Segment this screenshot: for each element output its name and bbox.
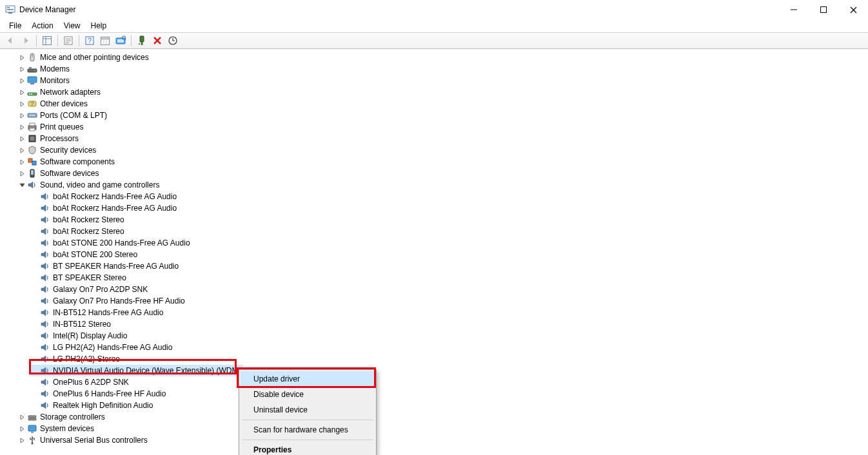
close-button[interactable] [838,0,868,19]
context-menu-item[interactable]: Properties [241,442,375,455]
svg-rect-1 [7,7,10,8]
tree-item[interactable]: BT SPEAKER Stereo [0,272,868,284]
context-menu-item[interactable]: Scan for hardware changes [241,422,375,438]
chevron-right-icon[interactable] [18,136,26,142]
chevron-right-icon[interactable] [18,438,26,443]
tree-item[interactable]: OnePlus 6 A2DP SNK [0,376,868,388]
tree-item[interactable]: Galaxy On7 Pro A2DP SNK [0,284,868,295]
sound-icon [40,400,50,411]
help-button[interactable]: ? [83,34,97,48]
tree-item[interactable]: IN-BT512 Stereo [0,318,868,330]
chevron-right-icon[interactable] [18,159,26,165]
tree-category-label: Modems [40,63,70,75]
svg-rect-58 [28,425,36,431]
forward-button[interactable] [19,34,33,48]
tree-category[interactable]: Software devices [0,168,868,179]
other-icon: ? [27,99,37,109]
tree-category[interactable]: Security devices [0,144,868,156]
printer-icon [27,122,37,132]
uninstall-device-button[interactable] [150,34,164,48]
tree-item[interactable]: IN-BT512 Hands-Free AG Audio [0,307,868,318]
chevron-right-icon[interactable] [18,414,26,420]
menu-file[interactable]: File [4,21,26,30]
tree-item-label: Galaxy On7 Pro A2DP SNK [53,284,148,295]
chevron-right-icon[interactable] [18,55,26,61]
chevron-right-icon[interactable] [18,426,26,432]
tree-category-label: Software components [40,156,115,168]
tree-item[interactable]: OnePlus 6 Hands-Free HF Audio [0,388,868,400]
svg-rect-18 [101,37,110,39]
tree-category[interactable]: System devices [0,423,868,434]
menu-action[interactable]: Action [26,21,58,30]
tree-item-label: LG PH2(A2) Stereo [53,353,120,365]
tree-category[interactable]: Processors [0,133,868,144]
security-icon [27,145,37,155]
network-icon [27,87,37,97]
tree-category[interactable]: Network adapters [0,86,868,98]
scan-hardware-button[interactable] [113,34,128,48]
svg-point-45 [34,115,35,116]
sound-icon [40,249,50,260]
chevron-right-icon[interactable] [18,148,26,153]
context-menu-item[interactable]: Update driver [241,371,375,387]
tree-category[interactable]: Software components [0,156,868,168]
tree-item[interactable]: boAt Rockerz Hands-Free AG Audio [0,191,868,202]
svg-text:?: ? [30,101,34,107]
tree-item[interactable]: boAt Rockerz Stereo [0,226,868,237]
cpu-icon [27,133,37,144]
chevron-right-icon[interactable] [18,66,26,72]
svg-point-44 [32,115,33,116]
tree-category-label: Universal Serial Bus controllers [40,434,148,446]
tree-item[interactable]: Galaxy On7 Pro Hands-Free HF Audio [0,295,868,307]
update-driver-button[interactable] [166,34,180,48]
tree-item-label: boAt Rockerz Hands-Free AG Audio [53,202,177,214]
properties-button[interactable] [61,34,75,48]
show-hide-tree-button[interactable] [40,34,54,48]
chevron-right-icon[interactable] [18,78,26,84]
minimize-button[interactable] [779,0,809,19]
svg-rect-35 [28,77,37,82]
device-tree[interactable]: Mice and other pointing devices Modems M… [0,49,868,455]
tree-item-label: LG PH2(A2) Hands-Free AG Audio [53,342,172,353]
calendar-button[interactable] [98,34,112,48]
tree-category[interactable]: Sound, video and game controllers [0,179,868,191]
context-menu-item[interactable]: Disable device [241,387,375,402]
tree-item-label: IN-BT512 Hands-Free AG Audio [53,307,163,318]
tree-category-label: Security devices [40,144,96,156]
enable-device-button[interactable] [135,34,149,48]
tree-category[interactable]: Universal Serial Bus controllers [0,434,868,446]
chevron-right-icon[interactable] [18,90,26,95]
tree-category[interactable]: Mice and other pointing devices [0,52,868,63]
usb-icon [27,435,37,445]
svg-text:?: ? [88,37,92,44]
tree-item[interactable]: boAt STONE 200 Stereo [0,249,868,260]
tree-item[interactable]: LG PH2(A2) Hands-Free AG Audio [0,342,868,353]
chevron-down-icon[interactable] [18,182,26,188]
tree-item[interactable]: LG PH2(A2) Stereo [0,353,868,365]
tree-item[interactable]: boAt Rockerz Stereo [0,214,868,226]
tree-category[interactable]: Ports (COM & LPT) [0,110,868,121]
tree-item[interactable]: Intel(R) Display Audio [0,330,868,342]
chevron-right-icon[interactable] [18,113,26,119]
chevron-right-icon[interactable] [18,124,26,130]
tree-category[interactable]: ? Other devices [0,98,868,110]
tree-category[interactable]: Storage controllers [0,411,868,423]
menu-help[interactable]: Help [86,21,112,30]
maximize-button[interactable] [809,0,838,19]
chevron-right-icon[interactable] [18,171,26,177]
context-menu-item[interactable]: Uninstall device [241,402,375,418]
chevron-right-icon[interactable] [18,101,26,107]
tree-item[interactable]: boAt Rockerz Hands-Free AG Audio [0,202,868,214]
tree-category[interactable]: Monitors [0,75,868,86]
menu-view[interactable]: View [59,21,86,30]
storage-icon [27,412,37,422]
tree-category[interactable]: Print queues [0,121,868,133]
tree-category[interactable]: Modems [0,63,868,75]
back-button[interactable] [3,34,17,48]
tree-item[interactable]: Realtek High Definition Audio [0,400,868,411]
tree-item-selected[interactable]: NVIDIA Virtual Audio Device (Wave Extens… [0,365,868,376]
swcomp-icon [27,157,37,167]
tree-item[interactable]: boAt STONE 200 Hands-Free AG Audio [0,237,868,249]
tree-item[interactable]: BT SPEAKER Hands-Free AG Audio [0,260,868,272]
svg-point-60 [32,443,34,445]
